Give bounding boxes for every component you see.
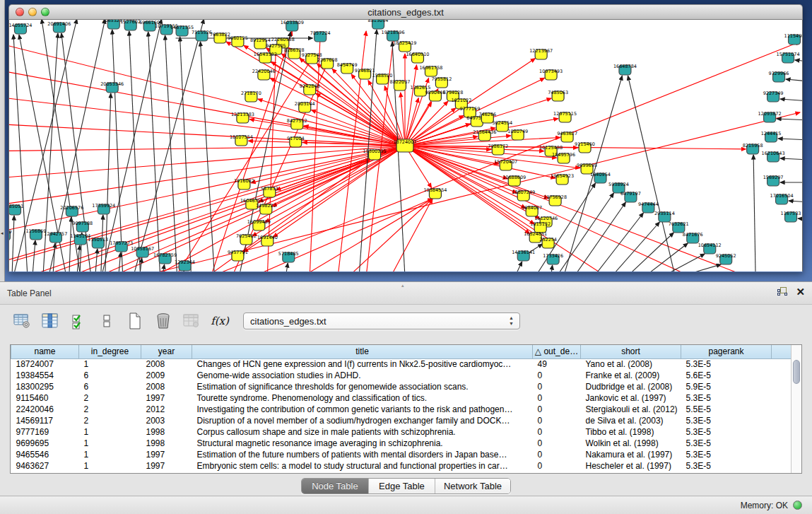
graph-node[interactable]: 12942757: [44, 231, 67, 243]
table-cell[interactable]: Estimation of significance thresholds fo…: [192, 381, 533, 392]
table-cell[interactable]: Wolkin et al. (1998): [581, 438, 681, 449]
graph-node[interactable]: 1244415: [761, 131, 782, 142]
graph-node[interactable]: 18724007: [394, 139, 417, 152]
graph-node[interactable]: 7632621: [669, 221, 689, 233]
graph-node[interactable]: 8471676: [683, 232, 703, 243]
graph-node[interactable]: 1916082: [234, 178, 254, 189]
table-cell[interactable]: 1: [79, 438, 141, 449]
table-cell[interactable]: 9777169: [11, 426, 79, 438]
tab-node-table[interactable]: Node Table: [302, 479, 368, 493]
table-cell[interactable]: Investigating the contribution of common…: [192, 404, 533, 415]
graph-node[interactable]: 587833: [261, 186, 278, 197]
column-header-pagerank[interactable]: pagerank: [681, 345, 772, 358]
graph-node[interactable]: 9245052: [716, 253, 736, 264]
graph-node[interactable]: 1115498: [784, 33, 802, 45]
citation-edge[interactable]: [201, 42, 215, 271]
table-cell[interactable]: Nakamura et al. (1997): [581, 449, 681, 460]
citation-edge[interactable]: [789, 201, 802, 202]
graph-node[interactable]: 9329966: [769, 71, 789, 82]
tab-network-table[interactable]: Network Table: [435, 479, 510, 493]
table-cell[interactable]: 1: [79, 460, 141, 472]
graph-node[interactable]: 12975115: [553, 111, 577, 122]
graph-node[interactable]: 16648784: [613, 64, 637, 75]
table-cell[interactable]: 1998: [141, 426, 192, 438]
graph-node[interactable]: 12093872: [758, 111, 782, 122]
table-cell[interactable]: 18724007: [11, 358, 79, 370]
graph-node[interactable]: 39159: [9, 229, 11, 240]
graph-node[interactable]: 16782759: [153, 252, 177, 264]
table-cell[interactable]: Corpus callosum shape and size in male p…: [192, 426, 533, 438]
graph-node[interactable]: 8822037: [390, 79, 411, 90]
table-cell[interactable]: 6: [79, 381, 141, 392]
graph-node[interactable]: 8215958: [743, 143, 763, 154]
table-cell[interactable]: 5.9E-5: [681, 381, 772, 392]
citation-edge[interactable]: [391, 199, 433, 271]
network-graph[interactable]: 1872400776638229660125891295422260558942…: [9, 20, 802, 271]
citation-edge[interactable]: [680, 264, 721, 271]
citation-edge[interactable]: [515, 262, 522, 271]
table-columns-button[interactable]: [41, 312, 59, 330]
column-header-in_degree[interactable]: in_degree: [79, 345, 141, 358]
table-cell[interactable]: Yano et al. (2008): [581, 358, 681, 370]
citation-edge[interactable]: [795, 60, 802, 62]
graph-node[interactable]: 252254: [539, 237, 557, 248]
table-cell[interactable]: 1997: [141, 460, 192, 472]
memory-ok-indicator[interactable]: [793, 501, 802, 510]
table-cell[interactable]: 5.3E-5: [681, 449, 772, 460]
vertical-scrollbar[interactable]: [791, 345, 801, 473]
graph-node[interactable]: 5718485: [278, 251, 299, 262]
table-cell[interactable]: 2008: [141, 381, 192, 392]
citation-edge[interactable]: [551, 265, 553, 271]
graph-node[interactable]: 18495796: [552, 152, 575, 163]
function-button[interactable]: f(x): [211, 312, 229, 330]
table-cell[interactable]: 2008: [141, 358, 192, 370]
table-cell[interactable]: 1: [79, 449, 141, 460]
graph-node[interactable]: 20053346: [100, 81, 124, 93]
graph-node[interactable]: 10958167: [131, 246, 154, 257]
column-header-name[interactable]: name: [11, 345, 79, 358]
tab-edge-table[interactable]: Edge Table: [368, 479, 435, 493]
graph-node[interactable]: 20691406: [47, 21, 71, 33]
table-row[interactable]: 977716911998Corpus callosum shape and si…: [11, 426, 793, 438]
citation-edge[interactable]: [13, 35, 28, 271]
graph-node[interactable]: 1498222: [256, 203, 276, 214]
delete-button[interactable]: [154, 312, 172, 330]
table-row[interactable]: 1872400712008Changes of HCN gene express…: [11, 358, 793, 370]
graph-node[interactable]: 9457791: [228, 250, 248, 261]
table-cell[interactable]: 1997: [141, 449, 192, 460]
table-cell[interactable]: 0: [533, 438, 581, 449]
graph-node[interactable]: 1569297: [763, 175, 784, 186]
table-cell[interactable]: 0: [533, 381, 581, 392]
citation-edge[interactable]: [628, 76, 675, 271]
table-row[interactable]: 946362711997Embryonic stem cells: a mode…: [11, 460, 793, 472]
table-cell[interactable]: 0: [533, 404, 581, 415]
graph-node[interactable]: 18807249: [512, 189, 535, 201]
table-cell[interactable]: 2: [79, 415, 141, 426]
graph-node[interactable]: 9463627: [557, 131, 577, 142]
graph-node[interactable]: 10654112: [698, 243, 722, 254]
citation-edge[interactable]: [405, 65, 417, 146]
table-cell[interactable]: Hescheler et al. (1997): [581, 460, 681, 472]
graph-node[interactable]: 12213383: [231, 112, 254, 123]
graph-node[interactable]: 8427552: [287, 118, 307, 129]
graph-node[interactable]: 17016504: [770, 193, 794, 204]
citation-edge[interactable]: [780, 99, 802, 101]
graph-node[interactable]: 9684067: [522, 205, 542, 216]
graph-node[interactable]: 19654923: [551, 173, 574, 185]
citation-edge[interactable]: [286, 263, 288, 271]
citation-edge[interactable]: [777, 119, 802, 120]
citation-edge[interactable]: [786, 79, 802, 81]
scrollbar-thumb[interactable]: [793, 360, 800, 384]
network-canvas[interactable]: 1872400776638229660125891295422260558942…: [8, 20, 803, 271]
graph-node[interactable]: 1167533: [781, 211, 801, 222]
graph-node[interactable]: 14055724: [9, 23, 32, 34]
graph-node[interactable]: 16099489: [247, 219, 271, 230]
table-row[interactable]: 969969511998Structural magnetic resonanc…: [11, 438, 793, 449]
table-cell[interactable]: 1: [79, 426, 141, 438]
column-header-year[interactable]: year: [141, 345, 192, 358]
citation-edge[interactable]: [594, 213, 644, 271]
table-settings-button[interactable]: [13, 312, 31, 330]
citation-edge[interactable]: [119, 252, 121, 271]
graph-node[interactable]: 16961758: [419, 65, 442, 76]
citation-edge[interactable]: [265, 146, 405, 222]
